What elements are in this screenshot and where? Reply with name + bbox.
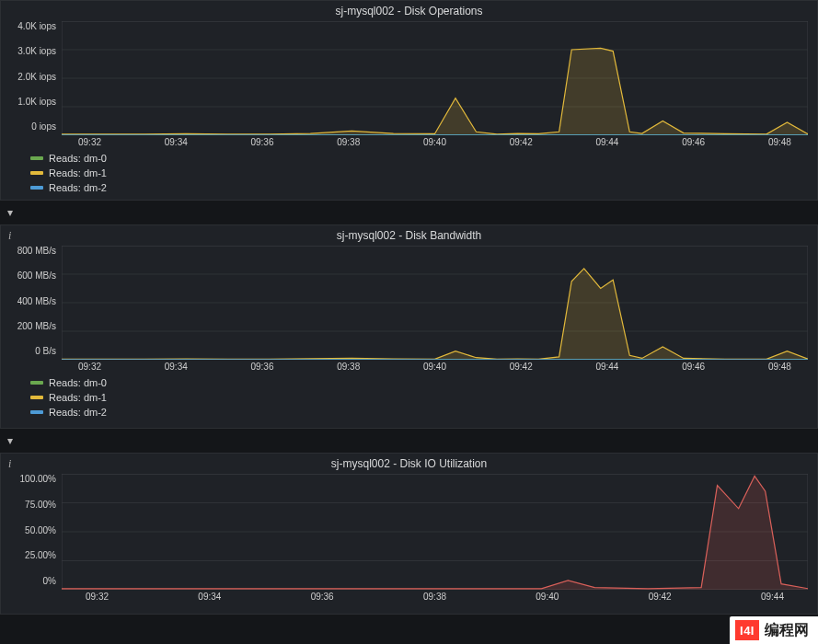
x-tick: 09:48 xyxy=(768,137,791,147)
x-axis: 09:3209:3409:3609:3809:4009:4209:4409:46… xyxy=(10,137,808,147)
y-tick: 0% xyxy=(43,576,56,586)
row-toggle[interactable] xyxy=(0,201,818,224)
legend-label: Reads: dm-2 xyxy=(49,407,107,418)
chart-area: 100.00% 75.00% 50.00% 25.00% 0% xyxy=(10,474,808,590)
swatch-icon xyxy=(30,156,43,160)
y-tick: 100.00% xyxy=(20,474,56,484)
legend-item[interactable]: Reads: dm-1 xyxy=(30,392,808,403)
x-tick: 09:42 xyxy=(510,137,533,147)
branding-watermark: I4I 编程网 xyxy=(730,616,818,644)
x-tick: 09:46 xyxy=(682,137,705,147)
y-tick: 2.0K iops xyxy=(17,72,56,82)
x-tick: 09:44 xyxy=(761,592,784,602)
y-tick: 0 iops xyxy=(31,121,56,132)
x-tick: 09:34 xyxy=(165,362,188,372)
swatch-icon xyxy=(30,396,43,399)
legend-label: Reads: dm-1 xyxy=(49,167,107,178)
x-tick: 09:36 xyxy=(250,362,273,372)
y-axis: 4.0K iops 3.0K iops 2.0K iops 1.0K iops … xyxy=(10,21,62,132)
x-tick: 09:32 xyxy=(78,137,101,147)
legend-item[interactable]: Reads: dm-1 xyxy=(30,167,808,178)
legend: Reads: dm-0 Reads: dm-1 Reads: dm-2 xyxy=(10,377,808,418)
x-tick: 09:40 xyxy=(423,137,446,147)
branding-logo-icon: I4I xyxy=(735,620,759,640)
panel-title: sj-mysql002 - Disk Bandwidth xyxy=(1,229,817,242)
x-tick: 09:36 xyxy=(311,592,334,602)
x-tick: 09:40 xyxy=(423,362,446,372)
legend-item[interactable]: Reads: dm-0 xyxy=(30,153,808,164)
x-tick: 09:34 xyxy=(198,592,221,602)
panel-title: sj-mysql002 - Disk Operations xyxy=(1,5,817,17)
x-tick: 09:34 xyxy=(165,137,188,147)
chevron-down-icon xyxy=(7,206,13,219)
legend: Reads: dm-0 Reads: dm-1 Reads: dm-2 xyxy=(10,153,808,193)
x-tick: 09:44 xyxy=(595,137,618,147)
x-axis: 09:3209:3409:3609:3809:4009:4209:4409:46… xyxy=(10,362,808,372)
row-toggle[interactable] xyxy=(0,429,818,453)
panel-disk-operations: sj-mysql002 - Disk Operations 4.0K iops … xyxy=(0,0,818,201)
legend-label: Reads: dm-0 xyxy=(49,153,107,164)
legend-item[interactable]: Reads: dm-0 xyxy=(30,377,808,388)
chart-area: 4.0K iops 3.0K iops 2.0K iops 1.0K iops … xyxy=(10,21,808,135)
x-tick: 09:32 xyxy=(78,362,101,372)
legend-label: Reads: dm-0 xyxy=(49,377,107,388)
legend-item[interactable]: Reads: dm-2 xyxy=(30,182,808,193)
panel-disk-bandwidth: i sj-mysql002 - Disk Bandwidth 800 MB/s … xyxy=(0,224,818,429)
x-tick: 09:44 xyxy=(595,362,618,372)
x-tick: 09:42 xyxy=(649,592,672,602)
y-tick: 600 MB/s xyxy=(17,270,56,281)
x-tick: 09:38 xyxy=(337,362,360,372)
x-tick: 09:40 xyxy=(536,592,559,602)
x-tick: 09:46 xyxy=(682,362,705,372)
plot[interactable] xyxy=(62,474,808,590)
y-tick: 200 MB/s xyxy=(17,321,56,331)
legend-item[interactable]: Reads: dm-2 xyxy=(30,407,808,418)
chart-area: 800 MB/s 600 MB/s 400 MB/s 200 MB/s 0 B/… xyxy=(10,246,808,360)
swatch-icon xyxy=(30,381,43,385)
x-tick: 09:36 xyxy=(250,137,273,147)
chevron-down-icon xyxy=(7,434,13,447)
legend-label: Reads: dm-2 xyxy=(49,182,107,193)
y-tick: 400 MB/s xyxy=(17,296,56,306)
x-tick: 09:48 xyxy=(768,362,791,372)
swatch-icon xyxy=(30,171,43,175)
plot[interactable] xyxy=(62,21,808,135)
x-tick: 09:38 xyxy=(337,137,360,147)
y-tick: 75.00% xyxy=(25,500,56,510)
x-tick: 09:32 xyxy=(86,592,109,602)
panel-disk-io-utilization: i sj-mysql002 - Disk IO Utilization 100.… xyxy=(0,453,818,615)
legend-label: Reads: dm-1 xyxy=(49,392,107,403)
swatch-icon xyxy=(30,410,43,414)
y-tick: 50.00% xyxy=(25,525,56,535)
y-tick: 4.0K iops xyxy=(17,21,56,31)
y-tick: 0 B/s xyxy=(35,346,56,356)
y-tick: 1.0K iops xyxy=(17,97,56,107)
y-axis: 100.00% 75.00% 50.00% 25.00% 0% xyxy=(10,474,62,586)
plot[interactable] xyxy=(62,246,808,360)
y-tick: 800 MB/s xyxy=(17,246,56,256)
y-tick: 25.00% xyxy=(25,550,56,560)
y-axis: 800 MB/s 600 MB/s 400 MB/s 200 MB/s 0 B/… xyxy=(10,246,62,356)
x-tick: 09:38 xyxy=(423,592,446,602)
y-tick: 3.0K iops xyxy=(17,46,56,56)
branding-text: 编程网 xyxy=(765,621,809,640)
panel-title: sj-mysql002 - Disk IO Utilization xyxy=(1,457,817,470)
x-tick: 09:42 xyxy=(510,362,533,372)
swatch-icon xyxy=(30,186,43,190)
x-axis: 09:3209:3409:3609:3809:4009:4209:44 xyxy=(10,592,808,602)
